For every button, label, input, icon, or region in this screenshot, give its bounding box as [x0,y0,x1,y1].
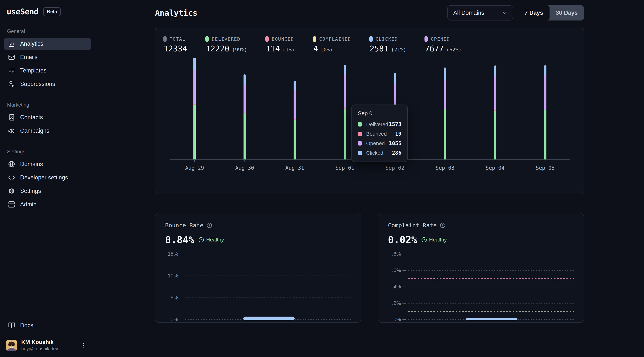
bar-segment-clicked [544,65,546,75]
stacked-bar-sep-01[interactable] [344,65,346,160]
book-open-icon [8,322,15,329]
threshold-line [388,278,574,279]
tooltip-date: Sep 01 [358,110,402,116]
beta-badge: Beta [43,7,61,16]
stat-opened: OPENED7677(62%) [424,36,462,53]
stat-dot [424,36,428,42]
rate-plot: 15%10%5%0% [165,254,351,320]
bar-segment-clicked [494,66,496,76]
bar-segment-clicked [344,65,346,74]
stacked-bar-sep-04[interactable] [494,66,496,160]
rate-card-title: Bounce Rate [165,222,203,228]
nav-section-label-general: General [7,28,91,34]
info-icon[interactable] [440,223,445,228]
x-axis-tick [244,160,245,162]
sidebar-item-settings[interactable]: Settings [4,185,91,197]
sidebar-item-developer-settings[interactable]: Developer settings [4,172,91,184]
range-option-7-days[interactable]: 7 Days [518,5,550,20]
bar-segment-delivered [244,114,246,160]
status-badge: Healthy [198,237,224,243]
y-axis-label: .6% [388,268,401,273]
threshold-line [388,311,574,312]
stat-label: OPENED [431,36,450,42]
stacked-bar-aug-29[interactable] [194,58,196,160]
y-axis-label: 5% [165,295,178,301]
stacked-bar-aug-30[interactable] [244,74,246,160]
code-icon [8,174,15,181]
x-axis-tick [545,160,546,162]
sidebar-item-contacts[interactable]: Contacts [4,111,91,124]
sidebar-item-domains[interactable]: Domains [4,158,91,170]
y-axis-tick [402,303,406,304]
page-header: Analytics All Domains 7 Days30 Days [155,5,584,20]
tooltip-swatch [358,141,362,146]
stacked-bar-sep-05[interactable] [544,65,546,160]
sidebar-item-campaigns[interactable]: Campaigns [4,125,91,137]
kebab-menu-icon[interactable] [78,340,88,350]
app-logo: useSend [7,7,38,16]
stat-bounced: BOUNCED114(1%) [265,36,294,53]
complaint-rate-card: Complaint Rate0.02%Healthy.8%.6%.4%.2%0% [378,213,584,323]
mail-icon [8,54,15,60]
tooltip-row-bounced: Bounced19 [358,131,402,137]
stat-percentage: (21%) [391,47,406,52]
x-axis-label: Sep 02 [370,165,420,171]
gridline--8-: .8% [388,251,574,257]
sidebar-item-label: Contacts [20,114,43,121]
bar-segment-opened [344,74,346,108]
stat-dot [369,36,373,42]
bar-slot-aug-30: Aug 30 [220,55,270,160]
sidebar-item-label: Admin [20,201,36,208]
header-controls: All Domains 7 Days30 Days [448,5,584,20]
email-events-chart: Aug 29Aug 30Aug 31Sep 01Sep 02Sep 03Sep … [170,55,570,160]
rate-value-bar[interactable] [466,318,518,320]
rate-value: 0.02% [388,234,417,246]
tooltip-swatch [358,132,362,136]
sidebar-item-suppressions[interactable]: Suppressions [4,78,91,90]
stacked-bar-aug-31[interactable] [294,81,296,160]
y-axis-label: 0% [165,316,178,322]
y-axis-tick [402,319,406,320]
sidebar-item-templates[interactable]: Templates [4,64,91,77]
bar-segment-opened [244,85,246,113]
stat-percentage: (0%) [320,47,332,52]
stacked-bar-sep-03[interactable] [444,68,446,160]
sidebar-item-label: Campaigns [20,128,50,134]
stat-label: BOUNCED [272,36,294,42]
bar-segment-opened [444,80,446,109]
bar-segment-opened [494,76,496,110]
bar-segment-delivered [444,109,446,160]
x-axis-tick [495,160,495,162]
chart-tooltip: Sep 01 Delivered1573Bounced19Opened1055C… [352,104,408,162]
sidebar-item-analytics[interactable]: Analytics [4,38,91,50]
y-axis-tick [402,270,406,271]
gridline-15-: 15% [165,251,351,257]
sidebar-item-emails[interactable]: Emails [4,51,91,63]
check-circle-icon [421,237,427,242]
user-menu[interactable]: KM Koushik hey@koushik.dev [4,337,91,352]
sidebar-item-admin[interactable]: Admin [4,198,91,210]
user-email: hey@koushik.dev [21,346,58,352]
bar-segment-opened [294,90,296,119]
status-label: Healthy [429,237,447,243]
domain-filter-select[interactable]: All Domains [448,5,513,20]
x-axis-label: Aug 29 [170,165,220,171]
stat-value: 4 [313,44,318,53]
info-icon[interactable] [207,223,212,228]
x-axis-tick [445,160,445,162]
stat-value: 114 [266,44,280,53]
tooltip-swatch [358,122,362,126]
x-axis-label: Sep 03 [420,165,470,171]
y-axis-tick [180,298,183,298]
stat-complained: COMPLAINED4(0%) [313,36,351,53]
gridline-5-: 5% [165,295,351,301]
bar-slot-sep-03: Sep 03 [420,55,470,160]
tooltip-label: Bounced [366,131,387,137]
bar-segment-clicked [194,58,196,70]
y-axis-tick [180,319,183,320]
rate-value-bar[interactable] [243,316,295,320]
tooltip-value: 1055 [389,140,402,146]
sidebar-item-docs[interactable]: Docs [4,319,91,332]
range-option-30-days[interactable]: 30 Days [550,5,584,20]
analytics-card: TOTAL12334DELIVERED12220(99%)BOUNCED114(… [155,28,584,194]
